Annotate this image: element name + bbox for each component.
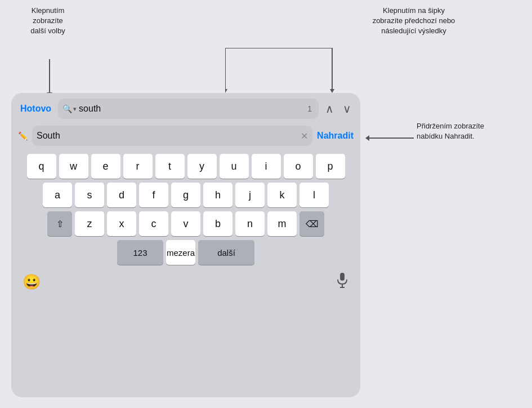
keyboard: q w e r t y u i o p a s d f g h j k l ⇧ … (11, 150, 360, 297)
key-g[interactable]: g (171, 183, 200, 207)
svg-marker-4 (330, 89, 334, 93)
pencil-icon: ✏️ (18, 131, 28, 140)
numbers-label: 123 (133, 248, 147, 258)
key-f[interactable]: f (139, 183, 168, 207)
key-s[interactable]: s (75, 183, 104, 207)
replace-area: ✏️ South ✕ Nahradit (11, 123, 360, 150)
key-row-1: q w e r t y u i o p (14, 154, 358, 179)
key-k[interactable]: k (267, 183, 297, 207)
annotation-replace: Přidržením zobrazíte nabídku Nahradit. (417, 121, 521, 141)
emoji-button[interactable]: 😀 (23, 273, 41, 291)
key-l[interactable]: l (299, 183, 329, 207)
shift-key[interactable]: ⇧ (47, 211, 72, 236)
clear-button[interactable]: ✕ (301, 131, 308, 141)
key-w[interactable]: w (59, 154, 88, 179)
delete-key[interactable]: ⌫ (299, 211, 324, 236)
key-row-2: a s d f g h j k l (14, 183, 358, 207)
annotation-left: Klepnutím zobrazíte další volby (17, 6, 79, 37)
right-annotation-lines (225, 48, 355, 99)
next-label: další (217, 248, 235, 258)
numbers-key[interactable]: 123 (117, 240, 163, 265)
key-c[interactable]: c (139, 211, 168, 236)
svg-rect-5 (340, 273, 345, 281)
annotation-replace-line (369, 138, 414, 139)
key-x[interactable]: x (107, 211, 136, 236)
mic-icon (336, 272, 349, 288)
search-icon: 🔍 (62, 104, 72, 113)
mic-button[interactable] (336, 272, 349, 291)
key-q[interactable]: q (27, 154, 56, 179)
space-label: mezera (167, 248, 195, 258)
next-key[interactable]: další (198, 240, 254, 265)
nav-down-icon: ∨ (343, 103, 351, 115)
replace-input-text: South (37, 131, 301, 141)
annotation-replace-text: Přidržením zobrazíte nabídku Nahradit. (417, 122, 484, 140)
hotovo-button[interactable]: Hotovo (18, 104, 53, 114)
bottom-row: 😀 (14, 269, 358, 295)
annotation-left-text: Klepnutím zobrazíte další volby (30, 6, 65, 35)
key-row-3: ⇧ z x c v b n m ⌫ (14, 211, 358, 236)
key-row-4: 123 mezera další (14, 240, 358, 265)
key-y[interactable]: y (187, 154, 217, 179)
nahradit-button[interactable]: Nahradit (317, 131, 354, 141)
search-field[interactable]: 🔍 ▾ south 1 (58, 99, 319, 119)
key-h[interactable]: h (203, 183, 233, 207)
search-count: 1 (307, 104, 312, 113)
arrow-left-line (49, 59, 50, 93)
annotation-right-text: Klepnutím na šipky zobrazíte předchozí n… (373, 6, 455, 35)
search-bar-area: Hotovo 🔍 ▾ south 1 ∧ ∨ (11, 93, 360, 123)
space-key[interactable]: mezera (166, 240, 195, 265)
key-r[interactable]: r (123, 154, 153, 179)
key-u[interactable]: u (220, 154, 249, 179)
key-m[interactable]: m (267, 211, 297, 236)
search-input-text: south (79, 104, 303, 114)
replace-field[interactable]: South ✕ (32, 126, 312, 146)
annotation-right: Klepnutím na šipky zobrazíte předchozí n… (357, 6, 470, 37)
svg-marker-3 (225, 89, 227, 93)
key-i[interactable]: i (252, 154, 281, 179)
key-t[interactable]: t (155, 154, 185, 179)
nav-up-button[interactable]: ∧ (323, 101, 336, 117)
key-p[interactable]: p (316, 154, 345, 179)
key-d[interactable]: d (107, 183, 136, 207)
key-e[interactable]: e (91, 154, 120, 179)
key-v[interactable]: v (171, 211, 200, 236)
nav-down-button[interactable]: ∨ (341, 101, 354, 117)
key-n[interactable]: n (235, 211, 265, 236)
search-chevron-icon: ▾ (73, 105, 77, 113)
emoji-icon: 😀 (23, 273, 41, 290)
key-a[interactable]: a (43, 183, 72, 207)
phone-container: Hotovo 🔍 ▾ south 1 ∧ ∨ ✏️ South ✕ Nahrad… (11, 93, 360, 397)
key-z[interactable]: z (75, 211, 104, 236)
key-j[interactable]: j (235, 183, 265, 207)
key-b[interactable]: b (203, 211, 233, 236)
key-o[interactable]: o (284, 154, 313, 179)
nav-up-icon: ∧ (325, 103, 334, 115)
